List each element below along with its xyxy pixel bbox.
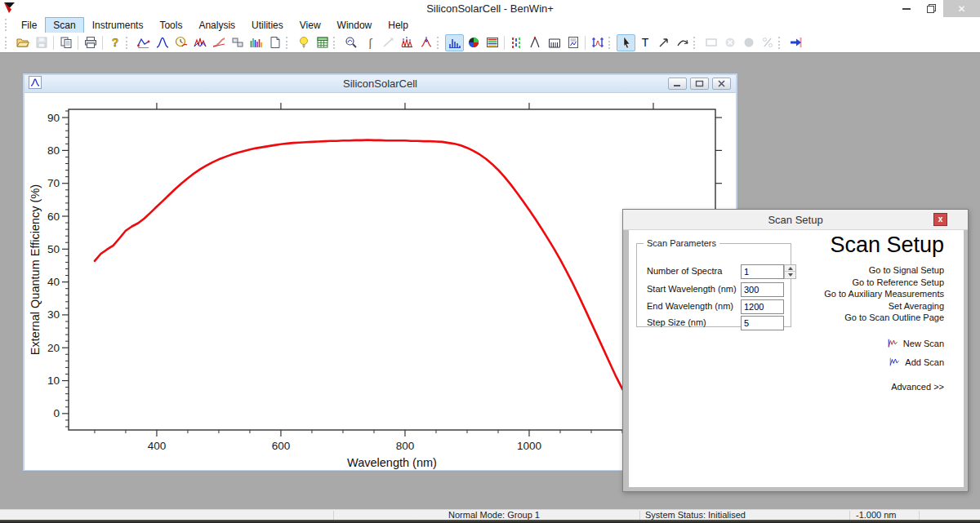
arc-tool-button[interactable]: [673, 34, 692, 51]
toolbar: ?∫T: [0, 33, 980, 53]
link-set-averaging[interactable]: Set Averaging: [740, 300, 944, 312]
scan-setup-panel: Scan Parameters Number of SpectraStart W…: [629, 230, 964, 487]
chart-window-titlebar[interactable]: SiliconSolarCell: [24, 75, 736, 93]
overlay-spectra-icon: [194, 36, 207, 49]
kinetics-button[interactable]: [172, 34, 190, 51]
restore-icon: [926, 3, 937, 14]
close-button[interactable]: ✕: [943, 0, 980, 17]
restore-button[interactable]: [919, 0, 943, 17]
svg-text:1000: 1000: [517, 440, 541, 452]
action-label: Add Scan: [905, 357, 944, 367]
link-go-to-reference-setup[interactable]: Go to Reference Setup: [740, 277, 944, 289]
status-bar: Normal Mode: Group 1 System Status: Init…: [0, 509, 980, 520]
scan-setup-title: Scan Setup: [623, 210, 968, 230]
advanced-link[interactable]: Advanced >>: [740, 382, 944, 392]
toolbar-gripper-icon: [333, 37, 337, 49]
circle-x-icon: [724, 36, 737, 49]
svg-text:0: 0: [53, 407, 60, 419]
curve-fit-icon: [137, 36, 150, 49]
chart-close-button[interactable]: [712, 78, 731, 90]
text-tool-button[interactable]: T: [635, 34, 654, 51]
link-go-to-auxiliary-measurements[interactable]: Go to Auxiliary Measurements: [740, 288, 944, 300]
menu-item-analysis[interactable]: Analysis: [190, 17, 243, 33]
peak-pick-icon: [420, 36, 433, 49]
dialog-close-button[interactable]: x: [933, 213, 947, 226]
kinetics-icon: [175, 36, 188, 49]
peak-button[interactable]: [153, 34, 172, 51]
scan-setup-heading: Scan Setup: [740, 232, 944, 258]
series-bars-icon: [510, 36, 523, 49]
series-bars-button[interactable]: [507, 34, 526, 51]
main-titlebar[interactable]: SiliconSolarCell - BenWin+ ✕: [0, 0, 980, 17]
lightbulb-button[interactable]: [294, 34, 313, 51]
thin-peak-button[interactable]: [526, 34, 545, 51]
link-go-to-signal-setup[interactable]: Go to Signal Setup: [740, 264, 944, 277]
menu-item-scan[interactable]: Scan: [45, 17, 83, 33]
new-document-button[interactable]: [265, 34, 284, 51]
chart-minimize-button[interactable]: [668, 78, 687, 90]
circle-fill-button: [739, 34, 758, 51]
text-tool-icon: T: [639, 36, 652, 49]
zoom-trace-button[interactable]: [341, 34, 360, 51]
color-wheel-button[interactable]: [464, 34, 483, 51]
statusbar-divider: [333, 511, 334, 520]
histogram-button[interactable]: [445, 34, 464, 51]
scan-setup-titlebar[interactable]: Scan Setup x: [623, 210, 968, 230]
toolbar-group-1: [124, 34, 284, 51]
chart-maximize-icon: [695, 80, 704, 87]
stripe-table-button[interactable]: [483, 34, 501, 51]
chart-maximize-button[interactable]: [690, 78, 709, 90]
svg-text:60: 60: [47, 211, 60, 223]
svg-text:800: 800: [396, 440, 415, 452]
menu-item-help[interactable]: Help: [380, 17, 416, 33]
tile-windows-button[interactable]: [228, 34, 247, 51]
integral-button[interactable]: ∫: [360, 34, 379, 51]
integral-icon: ∫: [363, 36, 376, 49]
statusbar-divider: [849, 511, 850, 520]
axes-peaks-button[interactable]: [588, 34, 607, 51]
goto-end-button[interactable]: [786, 34, 805, 51]
copy-button[interactable]: [56, 34, 75, 51]
axes-peaks-icon: [591, 36, 604, 49]
spectrum-button[interactable]: [247, 34, 265, 51]
app-window: SiliconSolarCell - BenWin+ ✕ FileScanIns…: [0, 0, 980, 523]
add-scan-icon: [889, 357, 901, 368]
pointer-button[interactable]: [617, 34, 635, 51]
report-button[interactable]: [564, 34, 582, 51]
open-button[interactable]: [13, 34, 32, 51]
menu-item-utilities[interactable]: Utilities: [243, 17, 292, 33]
minimize-icon: [902, 8, 911, 10]
chart-minimize-icon: [673, 80, 682, 87]
print-button[interactable]: [81, 34, 100, 51]
svg-text:External Quantum Efficiency (%: External Quantum Efficiency (%): [29, 184, 42, 355]
statusbar-divider: [919, 511, 920, 520]
toolbar-gripper-icon: [286, 37, 290, 49]
toolbar-gripper-icon: [693, 37, 697, 49]
help-button[interactable]: ?: [105, 34, 124, 51]
toolbar-separator: [78, 36, 78, 50]
peak-markers-button[interactable]: [398, 34, 416, 51]
peak-pick-button[interactable]: [416, 34, 435, 51]
menu-item-file[interactable]: File: [13, 17, 45, 33]
data-table-button[interactable]: [313, 34, 332, 51]
scan-parameters-label: Scan Parameters: [644, 238, 719, 248]
mdi-area: SiliconSolarCell 40060080010001200010203…: [0, 53, 980, 509]
trend-line-button[interactable]: [209, 34, 228, 51]
scan-setup-dialog: Scan Setup x Scan Parameters Number of S…: [622, 209, 969, 492]
arrow-tool-button[interactable]: [654, 34, 673, 51]
minimize-button[interactable]: [894, 0, 919, 17]
menu-item-instruments[interactable]: Instruments: [84, 17, 152, 33]
action-label: New Scan: [903, 339, 944, 348]
new-scan-button[interactable]: New Scan: [740, 338, 944, 349]
link-go-to-scan-outline-page[interactable]: Go to Scan Outline Page: [740, 312, 944, 324]
spectrum-icon: [250, 36, 263, 49]
menu-item-window[interactable]: Window: [329, 17, 381, 33]
curve-fit-button[interactable]: [134, 34, 153, 51]
svg-text:T: T: [641, 36, 648, 49]
add-scan-button[interactable]: Add Scan: [740, 357, 944, 368]
menu-item-tools[interactable]: Tools: [151, 17, 190, 33]
menu-item-view[interactable]: View: [292, 17, 329, 33]
overlay-spectra-button[interactable]: [190, 34, 209, 51]
toolbar-separator: [585, 36, 586, 50]
comb-button[interactable]: [545, 34, 564, 51]
